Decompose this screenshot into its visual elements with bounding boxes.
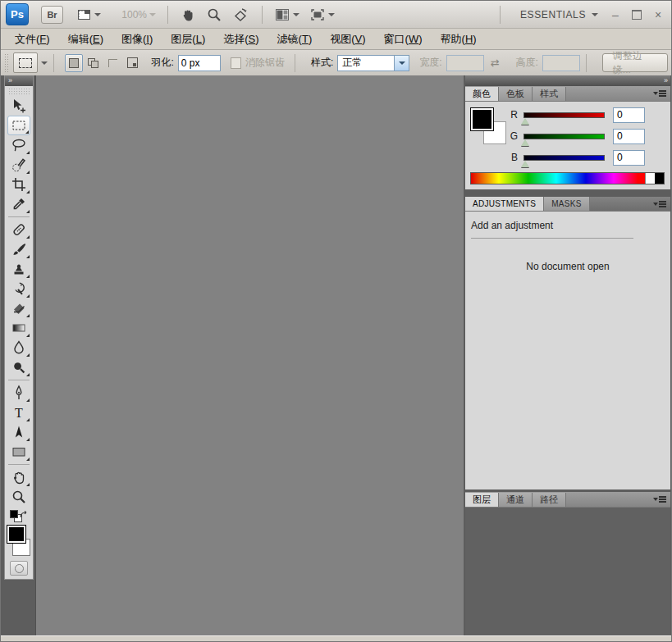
tool-preset-button[interactable]: [13, 52, 38, 73]
history-brush-tool[interactable]: [7, 279, 30, 298]
slider-marker[interactable]: [521, 118, 529, 125]
spectrum-gradient[interactable]: [471, 173, 645, 184]
move-tool[interactable]: [7, 96, 30, 116]
canvas-area[interactable]: [35, 75, 464, 635]
height-input[interactable]: [542, 55, 580, 71]
dodge-tool[interactable]: [7, 357, 30, 377]
menu-file[interactable]: 文件(F): [6, 32, 59, 47]
gradient-tool[interactable]: [7, 318, 30, 338]
quick-mask-button[interactable]: [10, 561, 28, 576]
workspace-switcher[interactable]: ESSENTIALS: [508, 5, 602, 25]
width-input[interactable]: [446, 55, 484, 71]
chevron-down-icon: [592, 13, 598, 16]
dropdown-arrow-button[interactable]: [394, 56, 409, 71]
rectangle-tool[interactable]: [7, 442, 30, 462]
type-tool[interactable]: T: [7, 403, 30, 422]
tab-channels[interactable]: 通道: [499, 493, 533, 507]
maximize-button[interactable]: [629, 7, 645, 22]
tab-color[interactable]: 颜色: [465, 87, 499, 101]
minimize-button[interactable]: –: [607, 7, 624, 22]
new-selection-button[interactable]: [65, 54, 83, 72]
white-swatch[interactable]: [645, 173, 655, 184]
tab-masks[interactable]: MASKS: [544, 197, 590, 211]
blue-slider[interactable]: [523, 155, 605, 161]
flyout-triangle: [26, 294, 30, 298]
screen-mode-button[interactable]: [305, 5, 339, 25]
green-slider[interactable]: [523, 134, 605, 139]
add-to-selection-button[interactable]: [85, 54, 103, 72]
close-button[interactable]: ×: [650, 7, 666, 22]
minimize-icon: –: [612, 8, 619, 21]
blur-tool[interactable]: [7, 338, 30, 357]
zoom-tool[interactable]: [7, 487, 30, 507]
swap-dimensions-icon[interactable]: ⇄: [491, 57, 500, 69]
zoom-tool-button[interactable]: [202, 5, 226, 25]
flyout-triangle: [25, 130, 29, 134]
green-value-input[interactable]: [613, 129, 645, 144]
hand-tool[interactable]: [7, 467, 30, 487]
eraser-tool[interactable]: [7, 298, 30, 318]
menu-edit[interactable]: 编辑(E): [59, 32, 112, 47]
tab-swatches[interactable]: 色板: [499, 87, 533, 101]
panel-menu-icon[interactable]: [653, 200, 666, 208]
spot-healing-brush-tool[interactable]: [7, 220, 30, 239]
brush-tool[interactable]: [7, 239, 30, 259]
path-selection-tool[interactable]: [7, 422, 30, 442]
default-colors-control[interactable]: [9, 509, 29, 522]
menu-layer[interactable]: 图层(L): [162, 32, 214, 47]
menu-image[interactable]: 图像(I): [112, 32, 162, 47]
dock-collapse-header[interactable]: »: [465, 75, 670, 86]
arrange-documents-button[interactable]: [270, 5, 304, 25]
red-value-input[interactable]: [613, 107, 645, 123]
menu-filter[interactable]: 滤镜(T): [268, 32, 322, 47]
hand-tool-button[interactable]: [176, 5, 200, 25]
dodge-icon: [11, 359, 27, 376]
black-swatch[interactable]: [655, 173, 664, 184]
pen-tool[interactable]: [7, 383, 30, 403]
clone-stamp-tool[interactable]: [7, 259, 30, 279]
options-separator: [295, 54, 295, 72]
slider-marker[interactable]: [521, 161, 529, 167]
antialias-checkbox[interactable]: [231, 57, 241, 69]
lasso-tool[interactable]: [7, 135, 30, 155]
eyedropper-tool[interactable]: [7, 194, 30, 214]
collapse-dock-icon: »: [8, 76, 11, 84]
quick-selection-tool[interactable]: [7, 155, 30, 175]
toolbar-grip[interactable]: [8, 88, 30, 94]
rectangular-marquee-tool[interactable]: [7, 116, 30, 135]
style-dropdown[interactable]: 正常: [337, 55, 409, 71]
tab-layers[interactable]: 图层: [465, 493, 499, 507]
tools-panel: »: [4, 75, 34, 580]
tab-paths[interactable]: 路径: [533, 493, 566, 507]
rectangle-shape-icon: [11, 444, 27, 460]
foreground-color-swatch[interactable]: [470, 107, 494, 131]
green-slider-row: G: [508, 128, 665, 144]
subtract-from-selection-button[interactable]: [104, 54, 122, 72]
tab-styles[interactable]: 样式: [533, 87, 566, 101]
rotate-view-button[interactable]: [228, 5, 254, 25]
view-extras-button[interactable]: [71, 5, 105, 25]
red-slider[interactable]: [523, 112, 605, 118]
tab-adjustments[interactable]: ADJUSTMENTS: [465, 197, 544, 211]
foreground-color-swatch[interactable]: [7, 525, 26, 544]
launch-bridge-button[interactable]: Br: [41, 6, 63, 24]
intersect-selection-button[interactable]: [124, 54, 142, 72]
feather-input[interactable]: [178, 55, 221, 71]
no-document-message: No document open: [465, 261, 670, 272]
menu-select[interactable]: 选择(S): [214, 32, 267, 47]
panel-menu-icon[interactable]: [653, 495, 666, 503]
blue-value-input[interactable]: [613, 150, 645, 166]
menu-help[interactable]: 帮助(H): [432, 32, 486, 47]
toolbar-collapse-header[interactable]: »: [5, 75, 33, 86]
zoom-level-dropdown[interactable]: 100%: [115, 5, 160, 25]
slider-marker[interactable]: [521, 139, 529, 146]
crop-tool[interactable]: [7, 175, 30, 194]
color-ramp[interactable]: [470, 172, 665, 184]
options-bar-grip[interactable]: [4, 53, 10, 73]
chevron-down-icon[interactable]: [41, 61, 48, 65]
menu-window[interactable]: 窗口(W): [375, 32, 432, 47]
panel-menu-icon[interactable]: [653, 89, 666, 98]
menu-view[interactable]: 视图(V): [321, 32, 374, 47]
refine-edge-button[interactable]: 调整边缘...: [602, 53, 668, 72]
chevron-down-icon: [149, 13, 156, 16]
